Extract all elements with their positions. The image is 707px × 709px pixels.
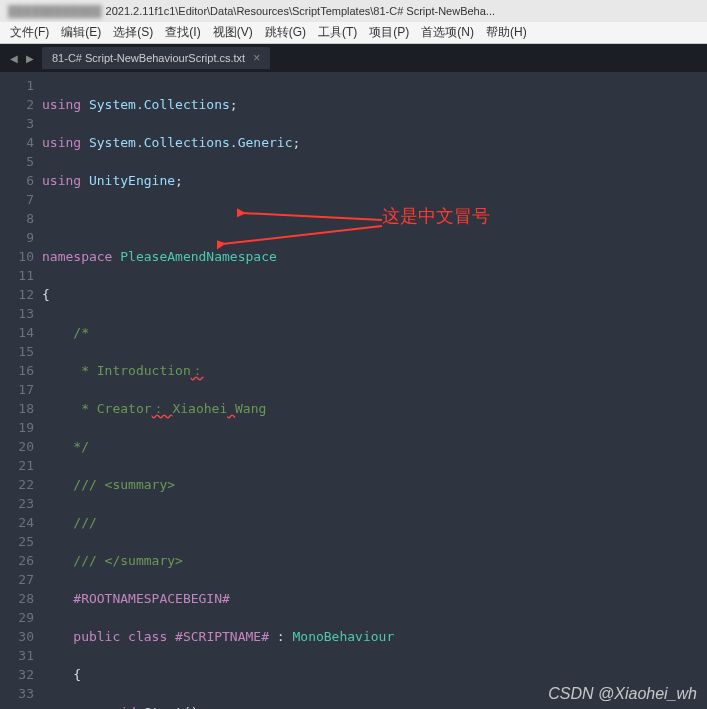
title-path: 2021.2.11f1c1\Editor\Data\Resources\Scri…	[106, 5, 495, 17]
tab-close-icon[interactable]: ×	[253, 51, 260, 65]
menu-help[interactable]: 帮助(H)	[480, 22, 533, 43]
code-line: {	[42, 665, 707, 684]
svg-line-1	[222, 226, 382, 244]
code-line: #ROOTNAMESPACEBEGIN#	[42, 589, 707, 608]
menu-goto[interactable]: 跳转(G)	[259, 22, 312, 43]
code-line: using System.Collections;	[42, 95, 707, 114]
code-line: using System.Collections.Generic;	[42, 133, 707, 152]
code-line: /// <summary>	[42, 475, 707, 494]
code-line: namespace PleaseAmendNamespace	[42, 247, 707, 266]
menu-edit[interactable]: 编辑(E)	[55, 22, 107, 43]
menu-tools[interactable]: 工具(T)	[312, 22, 363, 43]
menu-file[interactable]: 文件(F)	[4, 22, 55, 43]
menu-view[interactable]: 视图(V)	[207, 22, 259, 43]
nav-left-icon[interactable]: ◀	[6, 48, 22, 68]
line-gutter: 1234567891011121314151617181920212223242…	[0, 72, 42, 709]
nav-right-icon[interactable]: ▶	[22, 48, 38, 68]
menu-project[interactable]: 项目(P)	[363, 22, 415, 43]
code-line: * Introduction：	[42, 361, 707, 380]
code-line: */	[42, 437, 707, 456]
menu-preferences[interactable]: 首选项(N)	[415, 22, 480, 43]
menu-bar: 文件(F) 编辑(E) 选择(S) 查找(I) 视图(V) 跳转(G) 工具(T…	[0, 22, 707, 44]
tab-active[interactable]: 81-C# Script-NewBehaviourScript.cs.txt ×	[42, 47, 270, 69]
code-area[interactable]: using System.Collections; using System.C…	[42, 72, 707, 709]
code-line: * Creator： Xiaohei Wang	[42, 399, 707, 418]
code-line: {	[42, 285, 707, 304]
code-line: using UnityEngine;	[42, 171, 707, 190]
code-editor[interactable]: 1234567891011121314151617181920212223242…	[0, 72, 707, 709]
window-title-bar: ████████████ 2021.2.11f1c1\Editor\Data\R…	[0, 0, 707, 22]
code-line	[42, 209, 707, 228]
code-line: ///	[42, 513, 707, 532]
title-blurred: ████████████	[8, 5, 102, 17]
code-line: /*	[42, 323, 707, 342]
code-line: /// </summary>	[42, 551, 707, 570]
code-line: public class #SCRIPTNAME# : MonoBehaviou…	[42, 627, 707, 646]
tab-bar: ◀ ▶ 81-C# Script-NewBehaviourScript.cs.t…	[0, 44, 707, 72]
menu-find[interactable]: 查找(I)	[159, 22, 206, 43]
menu-select[interactable]: 选择(S)	[107, 22, 159, 43]
code-line: void Start()	[42, 703, 707, 709]
tab-label: 81-C# Script-NewBehaviourScript.cs.txt	[52, 52, 245, 64]
